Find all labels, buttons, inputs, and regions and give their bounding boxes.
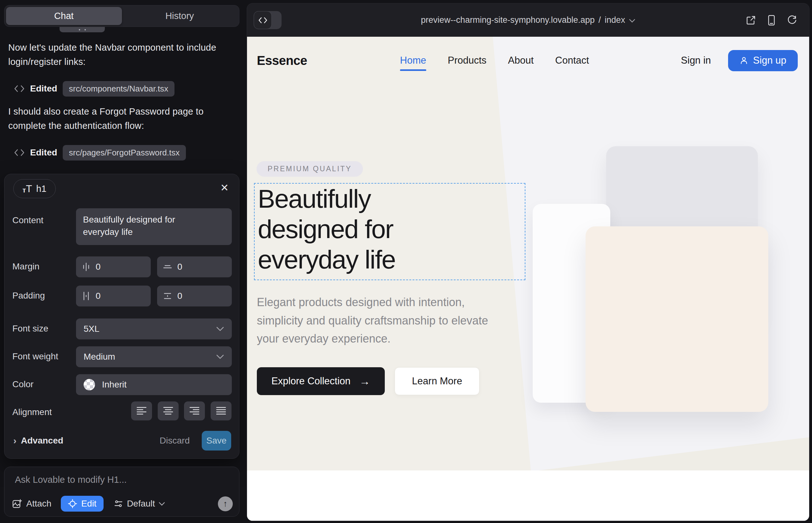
color-value: Inherit — [102, 380, 127, 390]
edited-label: Edited — [30, 147, 57, 158]
close-editor-button[interactable]: ✕ — [218, 182, 231, 194]
content-label: Content — [12, 215, 43, 226]
align-center-button[interactable] — [158, 401, 179, 420]
url-separator: / — [599, 15, 601, 25]
margin-label: Margin — [12, 262, 40, 272]
lovable-chat-panel: Chat History Now let's update the Navbar… — [0, 0, 247, 523]
padding-y-icon — [163, 292, 172, 301]
nav-link-products[interactable]: Products — [448, 37, 487, 84]
selected-element-chip[interactable]: ᴛT h1 — [13, 179, 56, 198]
save-button[interactable]: Save — [202, 431, 231, 451]
attach-image-icon — [12, 499, 22, 509]
nav-auth-actions: Sign in Sign up — [681, 50, 798, 71]
chrome-actions — [746, 3, 797, 37]
url-bar[interactable]: preview--charming-site-symphony.lovable.… — [247, 3, 809, 37]
edited-file-pill[interactable]: src/pages/ForgotPassword.tsx — [63, 145, 186, 161]
browser-chrome: preview--charming-site-symphony.lovable.… — [247, 3, 809, 37]
send-button[interactable]: ↑ — [218, 497, 233, 511]
hero-diagonal-wedge — [539, 437, 809, 470]
font-weight-value: Medium — [84, 352, 115, 362]
font-size-select[interactable]: 5XL — [76, 319, 232, 339]
arrow-right-icon: → — [359, 375, 370, 387]
refresh-button[interactable] — [787, 15, 797, 25]
composer-placeholder: Ask Lovable to modify H1... — [15, 474, 127, 485]
h1-selection-outline[interactable]: Beautifully designed for everyday life — [254, 183, 525, 280]
edit-mode-button[interactable]: Edit — [61, 496, 103, 511]
attach-button[interactable]: Attach — [12, 499, 51, 509]
padding-x-icon — [82, 291, 91, 301]
chat-composer[interactable]: Ask Lovable to modify H1... Attach Edit — [4, 467, 240, 517]
mode-label: Default — [127, 499, 155, 509]
margin-x-icon — [82, 262, 91, 272]
chevron-down-icon — [216, 326, 224, 331]
content-input[interactable]: Beautifully designed for everyday life — [76, 208, 232, 245]
font-weight-label: Font weight — [12, 351, 58, 362]
align-center-icon — [163, 406, 174, 416]
padding-x-input[interactable]: 0 — [76, 286, 151, 306]
padding-y-value: 0 — [177, 291, 182, 301]
color-swatch — [84, 379, 95, 390]
delete-element-button[interactable] — [196, 182, 208, 194]
align-right-icon — [189, 406, 200, 416]
margin-y-value: 0 — [177, 262, 182, 272]
mode-select[interactable]: Default — [114, 499, 165, 509]
sign-in-link[interactable]: Sign in — [681, 55, 711, 66]
tab-chat[interactable]: Chat — [6, 7, 122, 25]
edited-label: Edited — [30, 84, 57, 94]
padding-label: Padding — [12, 291, 45, 301]
site-nav: Home Products About Contact — [400, 37, 589, 84]
mobile-view-button[interactable] — [767, 15, 776, 26]
nav-link-about[interactable]: About — [508, 37, 534, 84]
advanced-toggle[interactable]: › Advanced — [13, 435, 63, 446]
sliders-icon — [114, 499, 123, 508]
margin-y-icon — [163, 263, 172, 271]
site-navbar: Essence Home Products About Contact Sign… — [247, 37, 809, 84]
code-icon — [14, 85, 25, 93]
type-icon: ᴛT — [22, 184, 32, 194]
editor-footer: › Advanced Discard Save — [13, 431, 231, 451]
padding-y-input[interactable]: 0 — [157, 286, 232, 306]
font-weight-select[interactable]: Medium — [76, 346, 232, 367]
content-value: Beautifully designed for everyday life — [83, 213, 200, 238]
arrow-up-icon: ↑ — [223, 499, 228, 509]
hero-description: Elegant products designed with intention… — [257, 293, 510, 348]
font-size-value: 5XL — [84, 324, 100, 334]
discard-button[interactable]: Discard — [160, 436, 190, 446]
align-justify-button[interactable] — [211, 401, 231, 420]
learn-more-button[interactable]: Learn More — [394, 367, 480, 395]
align-justify-icon — [216, 406, 226, 416]
explore-collection-label: Explore Collection — [271, 376, 351, 387]
edit-label: Edit — [81, 499, 96, 509]
mobile-icon — [767, 15, 776, 26]
edited-file-row: Edited src/pages/ForgotPassword.tsx — [14, 145, 186, 160]
scrolled-chip-fragment — [59, 27, 105, 32]
chevron-right-icon: › — [13, 435, 16, 446]
sign-up-button[interactable]: Sign up — [728, 50, 798, 71]
hero-cta-row: Explore Collection → Learn More — [257, 367, 479, 395]
section-below-hero — [247, 470, 809, 521]
external-link-icon — [746, 15, 756, 25]
nav-link-contact[interactable]: Contact — [555, 37, 589, 84]
target-icon — [68, 499, 77, 508]
assistant-message: Now let's update the Navbar component to… — [8, 40, 220, 69]
edited-file-pill[interactable]: src/components/Navbar.tsx — [63, 81, 175, 96]
preview-window: preview--charming-site-symphony.lovable.… — [247, 3, 810, 521]
tab-history[interactable]: History — [122, 7, 238, 25]
align-left-button[interactable] — [131, 401, 152, 420]
margin-y-input[interactable]: 0 — [157, 256, 232, 277]
color-select[interactable]: Inherit — [76, 374, 232, 395]
attach-label: Attach — [26, 499, 51, 509]
user-icon — [740, 56, 748, 65]
explore-collection-button[interactable]: Explore Collection → — [257, 367, 385, 395]
font-size-label: Font size — [12, 324, 49, 334]
margin-x-input[interactable]: 0 — [76, 256, 151, 277]
nav-link-home[interactable]: Home — [400, 37, 426, 84]
align-left-icon — [136, 406, 147, 416]
align-right-button[interactable] — [184, 401, 205, 420]
code-icon — [14, 148, 25, 157]
element-tag: h1 — [36, 184, 46, 194]
chevron-down-icon — [629, 19, 635, 23]
site-logo[interactable]: Essence — [257, 54, 307, 68]
preview-page: index — [604, 15, 625, 25]
open-external-button[interactable] — [746, 15, 756, 25]
